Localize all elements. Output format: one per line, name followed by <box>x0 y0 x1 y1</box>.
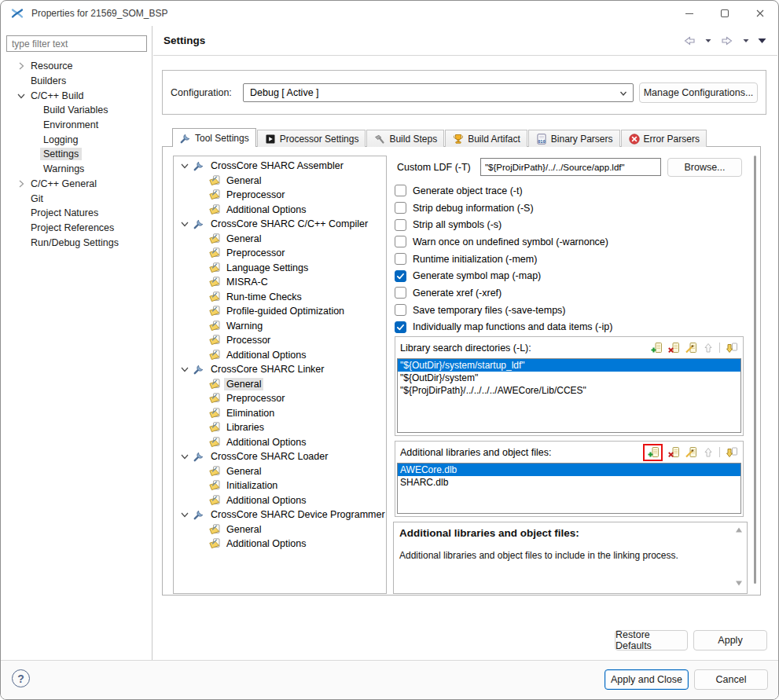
apply-button[interactable]: Apply <box>693 630 767 651</box>
back-button[interactable] <box>682 35 696 47</box>
tool-tree-item-additional-options[interactable]: Additional Options <box>174 435 386 450</box>
checkbox-generate-symbol-map-map[interactable]: Generate symbol map (-map) <box>395 267 740 284</box>
sidebar-item-git[interactable]: Git <box>1 191 151 206</box>
tool-tree-item-initialization[interactable]: Initialization <box>174 478 386 493</box>
remove-button[interactable] <box>667 342 680 354</box>
close-button[interactable] <box>742 2 777 25</box>
browse-button[interactable]: Browse... <box>667 158 742 177</box>
checkbox-unchecked-icon[interactable] <box>395 287 406 299</box>
tool-tree-item-additional-options[interactable]: Additional Options <box>174 203 386 218</box>
tool-tree-item-libraries[interactable]: Libraries <box>174 420 386 435</box>
manage-configurations-button[interactable]: Manage Configurations... <box>639 82 758 103</box>
tool-tree-item-general[interactable]: General <box>174 377 386 392</box>
configuration-select[interactable]: Debug [ Active ] <box>243 83 634 102</box>
tool-tree-item-profile-guided-optimization[interactable]: Profile-guided Optimization <box>174 304 386 319</box>
edit-button[interactable] <box>684 446 697 459</box>
tool-tree-item-crosscore-sharc-loader[interactable]: CrossCore SHARC Loader <box>174 449 386 464</box>
vertical-scrollbar[interactable] <box>754 156 756 584</box>
list-item[interactable]: SHARC.dlb <box>398 476 740 489</box>
restore-defaults-button[interactable]: Restore Defaults <box>615 630 688 651</box>
tool-tree-item-crosscore-sharc-linker[interactable]: CrossCore SHARC Linker <box>174 362 386 377</box>
scroll-up-icon[interactable] <box>734 526 744 536</box>
back-dropdown-button[interactable] <box>705 38 711 43</box>
sidebar-item-logging[interactable]: Logging <box>1 132 151 147</box>
sidebar-item-build-variables[interactable]: Build Variables <box>1 103 151 118</box>
move-down-button[interactable] <box>725 342 738 354</box>
checkbox-warn-once-on-undefined-symbol-warnonce[interactable]: Warn once on undefined symbol (-warnonce… <box>395 233 740 251</box>
help-icon[interactable]: ? <box>12 669 30 687</box>
checkbox-strip-all-symbols-s[interactable]: Strip all symbols (-s) <box>395 216 740 233</box>
checkbox-generate-object-trace-t[interactable]: Generate object trace (-t) <box>395 182 740 200</box>
tab-build-steps[interactable]: Build Steps <box>366 130 444 147</box>
sidebar-item-resource[interactable]: Resource <box>1 59 151 74</box>
tool-tree-item-misra-c[interactable]: MISRA-C <box>174 275 386 290</box>
list-item[interactable]: "${OutDir}/system/startup_ldf" <box>398 359 740 372</box>
tool-tree-item-additional-options[interactable]: Additional Options <box>174 493 386 508</box>
chevron-down-icon[interactable] <box>178 159 191 172</box>
move-down-button[interactable] <box>725 446 738 459</box>
tab-processor-settings[interactable]: Processor Settings <box>257 130 366 147</box>
view-menu-button[interactable] <box>758 38 766 44</box>
sidebar-item-settings[interactable]: Settings <box>1 147 151 162</box>
tool-tree-item-warning[interactable]: Warning <box>174 319 386 334</box>
tool-tree-item-additional-options[interactable]: Additional Options <box>174 348 386 363</box>
tool-tree-item-general[interactable]: General <box>174 174 386 189</box>
add-button[interactable] <box>646 446 660 459</box>
forward-button[interactable] <box>720 35 734 47</box>
chevron-down-icon[interactable] <box>178 218 191 230</box>
tool-tree-item-crosscore-sharc-c-c-compiler[interactable]: CrossCore SHARC C/C++ Compiler <box>174 217 386 232</box>
forward-dropdown-button[interactable] <box>743 38 749 43</box>
move-up-button[interactable] <box>701 342 715 354</box>
tab-build-artifact[interactable]: Build Artifact <box>445 130 527 147</box>
scroll-down-icon[interactable] <box>734 580 744 589</box>
checkbox-unchecked-icon[interactable] <box>395 202 406 214</box>
sidebar-item-project-references[interactable]: Project References <box>1 221 151 236</box>
tool-tree-item-crosscore-sharc-assembler[interactable]: CrossCore SHARC Assembler <box>174 159 386 174</box>
sidebar-item-run-debug-settings[interactable]: Run/Debug Settings <box>1 235 151 250</box>
chevron-down-icon[interactable] <box>15 90 28 102</box>
cancel-button[interactable]: Cancel <box>694 669 768 690</box>
tab-error-parsers[interactable]: Error Parsers <box>621 130 707 147</box>
move-up-button[interactable] <box>701 446 715 459</box>
tool-tree-item-processor[interactable]: Processor <box>174 333 386 348</box>
checkbox-checked-icon[interactable] <box>395 270 406 282</box>
checkbox-unchecked-icon[interactable] <box>395 304 406 316</box>
tab-binary-parsers[interactable]: 010Binary Parsers <box>528 130 620 147</box>
tool-tree-item-preprocessor[interactable]: Preprocessor <box>174 391 386 406</box>
checkbox-individually-map-functions-and-data-items-ip[interactable]: Individually map functions and data item… <box>395 319 740 336</box>
checkbox-unchecked-icon[interactable] <box>395 236 406 247</box>
chevron-right-icon[interactable] <box>15 178 28 190</box>
tool-tree-item-additional-options[interactable]: Additional Options <box>174 537 386 552</box>
maximize-button[interactable] <box>707 2 742 25</box>
sidebar-item-environment[interactable]: Environment <box>1 118 151 133</box>
sidebar-item-c-c-build[interactable]: C/C++ Build <box>1 88 151 103</box>
filter-input[interactable] <box>6 35 147 52</box>
tool-tree-item-general[interactable]: General <box>174 232 386 247</box>
list-item[interactable]: AWECore.dlb <box>398 464 740 476</box>
chevron-down-icon[interactable] <box>178 450 191 463</box>
tool-tree-item-preprocessor[interactable]: Preprocessor <box>174 246 386 261</box>
tool-tree-item-general[interactable]: General <box>174 522 386 537</box>
checkbox-strip-debug-information-s[interactable]: Strip debug information (-S) <box>395 200 740 217</box>
minimize-button[interactable] <box>671 2 707 25</box>
checkbox-unchecked-icon[interactable] <box>395 219 406 231</box>
add-button[interactable] <box>649 342 663 354</box>
checkbox-runtime-initialization-mem[interactable]: Runtime initialization (-mem) <box>395 251 740 268</box>
list-item[interactable]: "${ProjDirPath}/../../../../AWECore/Lib/… <box>398 384 740 397</box>
chevron-down-icon[interactable] <box>178 363 191 376</box>
custom-ldf-input[interactable] <box>480 158 661 176</box>
tool-tree-item-crosscore-sharc-device-programmer[interactable]: CrossCore SHARC Device Programmer <box>174 508 386 522</box>
tool-tree-item-general[interactable]: General <box>174 464 386 479</box>
checkbox-unchecked-icon[interactable] <box>395 253 406 265</box>
chevron-down-icon[interactable] <box>178 508 191 521</box>
tool-tree-item-preprocessor[interactable]: Preprocessor <box>174 188 386 203</box>
checkbox-unchecked-icon[interactable] <box>395 185 406 196</box>
checkbox-checked-icon[interactable] <box>395 321 406 333</box>
sidebar-item-c-c-general[interactable]: C/C++ General <box>1 177 151 192</box>
sidebar-item-warnings[interactable]: Warnings <box>1 162 151 177</box>
sidebar-item-project-natures[interactable]: Project Natures <box>1 206 151 221</box>
sidebar-item-builders[interactable]: Builders <box>1 74 151 89</box>
chevron-right-icon[interactable] <box>15 60 28 72</box>
list-item[interactable]: "${OutDir}/system" <box>398 372 740 384</box>
remove-button[interactable] <box>667 446 680 459</box>
